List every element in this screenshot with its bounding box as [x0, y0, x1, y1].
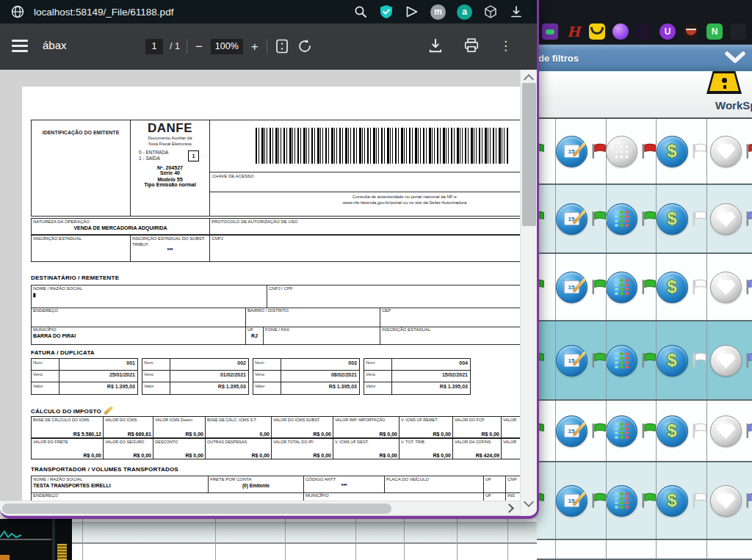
- green-flag-icon[interactable]: [641, 492, 657, 509]
- honey-extension-icon[interactable]: H: [565, 23, 582, 40]
- green-flag-icon[interactable]: [591, 422, 607, 440]
- grid-icon[interactable]: [607, 415, 637, 447]
- grid-icon[interactable]: [607, 345, 637, 377]
- page-number-input[interactable]: 1: [145, 39, 163, 54]
- horizontal-scrollbar-thumb[interactable]: [2, 503, 391, 514]
- blue-flag-icon[interactable]: [745, 422, 752, 440]
- calendar-edit-icon[interactable]: 15: [556, 272, 588, 303]
- red-flag-icon[interactable]: [641, 142, 657, 160]
- grid-cell-dollar[interactable]: $: [657, 119, 707, 183]
- grid-cell-empty[interactable]: [707, 540, 752, 559]
- dollar-icon[interactable]: $: [657, 345, 688, 377]
- scroll-down-icon[interactable]: [524, 497, 534, 507]
- green-flag-icon[interactable]: [591, 278, 607, 296]
- grid-cell-calendar-edit[interactable]: 15: [556, 321, 607, 399]
- white-flag-icon[interactable]: [692, 278, 707, 296]
- gem-icon[interactable]: [710, 345, 742, 377]
- chevron-down-icon[interactable]: [724, 50, 746, 65]
- grid-cell-grid-color[interactable]: [607, 185, 657, 252]
- grid-cell-empty[interactable]: [556, 540, 607, 559]
- gem-icon[interactable]: [710, 203, 742, 235]
- cube-icon[interactable]: [483, 4, 498, 19]
- pencil-icon[interactable]: [104, 406, 113, 415]
- zoom-in-button[interactable]: +: [250, 40, 260, 53]
- grid-cell-gem[interactable]: [707, 254, 752, 320]
- grid-cell-dollar[interactable]: $: [657, 254, 707, 320]
- grid-row[interactable]: 15 $: [535, 401, 752, 462]
- calendar-edit-icon[interactable]: 15: [556, 485, 588, 517]
- grid-cell-calendar-edit[interactable]: 15: [556, 254, 607, 320]
- avatar-a[interactable]: a: [457, 4, 472, 20]
- grid-cell-calendar-edit[interactable]: 15: [556, 462, 607, 539]
- grid-cell-grid-color[interactable]: [607, 401, 657, 461]
- white-flag-icon[interactable]: [692, 422, 707, 440]
- vertical-scrollbar[interactable]: [520, 70, 537, 516]
- green-flag-icon[interactable]: [641, 210, 657, 228]
- grid-cell-empty[interactable]: [657, 540, 707, 559]
- grid-row[interactable]: 15 $: [535, 119, 752, 185]
- green-flag-icon[interactable]: [641, 352, 657, 369]
- grid-cell-gem[interactable]: [707, 185, 752, 252]
- grid-row[interactable]: 15 $: [535, 254, 752, 321]
- download-icon[interactable]: [509, 4, 524, 19]
- green-flag-icon[interactable]: [591, 352, 607, 369]
- grid-cell-dollar[interactable]: $: [657, 321, 707, 399]
- grid-cell-calendar-edit[interactable]: 15: [556, 401, 607, 461]
- green-flag-icon[interactable]: [641, 278, 657, 296]
- white-flag-icon[interactable]: [692, 142, 707, 160]
- rotate-icon[interactable]: [297, 38, 313, 54]
- grid-cell-grid-gray[interactable]: [607, 119, 657, 183]
- bowl-extension-icon[interactable]: [683, 23, 699, 40]
- grid-row[interactable]: 15 $: [535, 321, 752, 401]
- dollar-icon[interactable]: $: [657, 272, 688, 303]
- avatar-m[interactable]: m: [430, 4, 446, 20]
- dark-extension-icon[interactable]: [636, 23, 652, 40]
- horizontal-scrollbar[interactable]: [0, 501, 520, 515]
- blue-flag-icon[interactable]: [745, 210, 752, 228]
- cube-extension-icon[interactable]: N: [706, 23, 723, 40]
- gem-icon[interactable]: [710, 272, 742, 303]
- magnifier-icon[interactable]: [353, 4, 368, 19]
- calendar-edit-icon[interactable]: 15: [556, 136, 588, 167]
- zoom-out-button[interactable]: −: [194, 40, 204, 53]
- download-pdf-icon[interactable]: [427, 37, 444, 54]
- grid-cell-grid-color[interactable]: [607, 462, 657, 539]
- green-flag-icon[interactable]: [591, 492, 607, 509]
- grid-cell-empty[interactable]: [607, 540, 657, 559]
- fit-page-icon[interactable]: [274, 38, 290, 54]
- grid-cell-grid-color[interactable]: [607, 321, 657, 399]
- grid-cell-calendar-edit[interactable]: 15: [556, 185, 607, 252]
- grid-cell-gem[interactable]: [707, 401, 752, 461]
- green-flag-icon[interactable]: [591, 210, 607, 228]
- scroll-right-icon[interactable]: [505, 503, 514, 513]
- grid-cell-gem[interactable]: [707, 462, 752, 539]
- grid-row[interactable]: [535, 540, 752, 560]
- calendar-edit-icon[interactable]: 15: [556, 345, 588, 377]
- blue-flag-icon[interactable]: [745, 492, 752, 509]
- grid-cell-dollar[interactable]: $: [657, 401, 707, 461]
- shield-check-icon[interactable]: [379, 4, 394, 19]
- more-options-icon[interactable]: ⋮: [499, 38, 512, 53]
- grid-cell-grid-color[interactable]: [607, 254, 657, 320]
- meet-extension-icon[interactable]: [542, 23, 558, 40]
- dollar-icon[interactable]: $: [657, 203, 688, 235]
- gem-icon[interactable]: [710, 136, 742, 167]
- grid-icon[interactable]: [607, 485, 637, 517]
- blue-flag-icon[interactable]: [745, 352, 752, 369]
- print-icon[interactable]: [463, 37, 480, 54]
- ublock-extension-icon[interactable]: U: [659, 23, 676, 40]
- zoom-level-input[interactable]: 100%: [211, 39, 243, 54]
- grid-icon[interactable]: [607, 203, 637, 235]
- red-flag-icon[interactable]: [745, 142, 752, 160]
- blue-flag-icon[interactable]: [745, 278, 752, 296]
- vertical-scrollbar-thumb[interactable]: [522, 83, 536, 226]
- send-icon[interactable]: [405, 4, 419, 19]
- calendar-edit-icon[interactable]: 15: [556, 415, 588, 447]
- grid-cell-gem[interactable]: [707, 321, 752, 399]
- grid-icon[interactable]: [607, 272, 637, 303]
- gem-icon[interactable]: [710, 485, 742, 517]
- gem-icon[interactable]: [710, 415, 742, 447]
- grid-cell-dollar[interactable]: $: [657, 462, 707, 539]
- white-flag-icon[interactable]: [692, 352, 707, 369]
- filter-panel-header[interactable]: de filtros: [535, 44, 752, 71]
